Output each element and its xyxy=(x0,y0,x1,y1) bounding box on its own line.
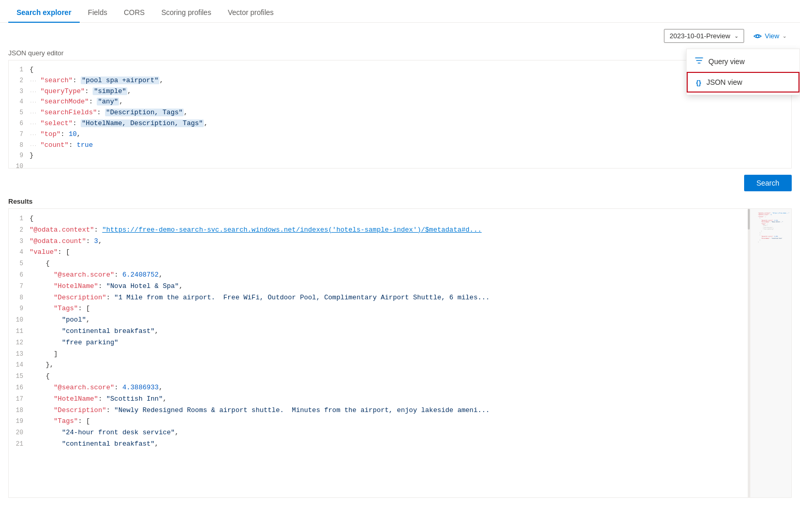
tab-vector-profiles[interactable]: Vector profiles xyxy=(219,3,282,23)
minimap: "@odata.context": "https://free-demo..."… xyxy=(750,209,791,497)
scrollbar-track[interactable] xyxy=(748,209,750,497)
result-line-18: 18 "Description": "Newly Redesigned Room… xyxy=(9,405,747,416)
code-line-3: 3 ··· "queryType": "simple", xyxy=(9,86,791,97)
toolbar: 2023-10-01-Preview ⌄ View ⌄ Query view {… xyxy=(0,23,800,49)
result-line-6: 6 "@search.score": 6.2408752, xyxy=(9,269,747,281)
result-line-5: 5 { xyxy=(9,258,747,269)
json-view-option[interactable]: {} JSON view xyxy=(687,72,799,93)
code-line-5: 5 ··· "searchFields": "Description, Tags… xyxy=(9,108,791,118)
tab-scoring-profiles[interactable]: Scoring profiles xyxy=(153,3,220,23)
result-line-2: 2 "@odata.context": "https://free-demo-s… xyxy=(9,224,747,236)
tab-fields[interactable]: Fields xyxy=(80,3,115,23)
result-line-11: 11 "continental breakfast", xyxy=(9,326,747,337)
view-dropdown-popup: Query view {} JSON view xyxy=(686,49,800,95)
result-line-10: 10 "pool", xyxy=(9,314,747,326)
result-line-1: 1 { xyxy=(9,213,747,224)
results-editor[interactable]: 1 { 2 "@odata.context": "https://free-de… xyxy=(8,208,792,498)
result-line-19: 19 "Tags": [ xyxy=(9,416,747,427)
svg-point-0 xyxy=(757,35,759,37)
json-view-label: JSON view xyxy=(706,78,742,86)
code-line-8: 8 ··· "count": true xyxy=(9,140,791,151)
result-line-16: 16 "@search.score": 4.3886933, xyxy=(9,382,747,393)
tab-bar: Search explorer Fields CORS Scoring prof… xyxy=(0,0,800,23)
result-line-13: 13 ] xyxy=(9,348,747,360)
search-button[interactable]: Search xyxy=(744,175,792,191)
editor-label: JSON query editor xyxy=(8,49,792,57)
json-icon: {} xyxy=(696,79,701,86)
result-line-12: 12 "free parking" xyxy=(9,337,747,348)
code-line-6: 6 ··· "select": "HotelName, Description,… xyxy=(9,118,791,129)
tab-cors[interactable]: CORS xyxy=(115,3,153,23)
results-label: Results xyxy=(8,197,792,205)
result-line-3: 3 "@odata.count": 3, xyxy=(9,236,747,247)
code-line-9: 9 } xyxy=(9,150,791,161)
result-line-8: 8 "Description": "1 Mile from the airpor… xyxy=(9,292,747,303)
json-query-editor[interactable]: 1 { 2 ··· "search": "pool spa +airport",… xyxy=(8,60,792,169)
editor-section: JSON query editor 1 { 2 ··· "search": "p… xyxy=(0,49,800,169)
code-line-7: 7 ··· "top": 10, xyxy=(9,129,791,140)
view-label: View xyxy=(765,32,779,40)
chevron-down-icon2: ⌄ xyxy=(782,33,787,39)
result-line-20: 20 "24-hour front desk service", xyxy=(9,427,747,438)
api-version-label: 2023-10-01-Preview xyxy=(670,32,730,40)
result-line-17: 17 "HotelName": "Scottish Inn", xyxy=(9,393,747,405)
tab-search-explorer[interactable]: Search explorer xyxy=(8,3,80,23)
query-view-option[interactable]: Query view xyxy=(687,51,799,72)
api-version-dropdown[interactable]: 2023-10-01-Preview ⌄ xyxy=(664,29,744,43)
filter-icon xyxy=(695,56,703,67)
chevron-down-icon: ⌄ xyxy=(734,33,738,39)
scrollbar-thumb[interactable] xyxy=(748,209,750,230)
eye-icon xyxy=(753,32,762,40)
code-line-2: 2 ··· "search": "pool spa +airport", xyxy=(9,75,791,86)
code-line-1: 1 { xyxy=(9,65,791,75)
result-line-14: 14 }, xyxy=(9,359,747,371)
query-view-label: Query view xyxy=(708,57,745,66)
result-line-9: 9 "Tags": [ xyxy=(9,303,747,314)
code-line-4: 4 ··· "searchMode": "any", xyxy=(9,97,791,108)
result-line-7: 7 "HotelName": "Nova Hotel & Spa", xyxy=(9,281,747,292)
result-line-4: 4 "value": [ xyxy=(9,247,747,258)
view-button[interactable]: View ⌄ xyxy=(748,29,792,43)
search-button-row: Search xyxy=(0,169,800,197)
results-section: Results 1 { 2 "@odata.context": "https:/… xyxy=(0,197,800,498)
result-line-15: 15 { xyxy=(9,371,747,382)
result-line-21: 21 "continental breakfast", xyxy=(9,438,747,450)
code-line-10: 10 xyxy=(9,161,791,169)
